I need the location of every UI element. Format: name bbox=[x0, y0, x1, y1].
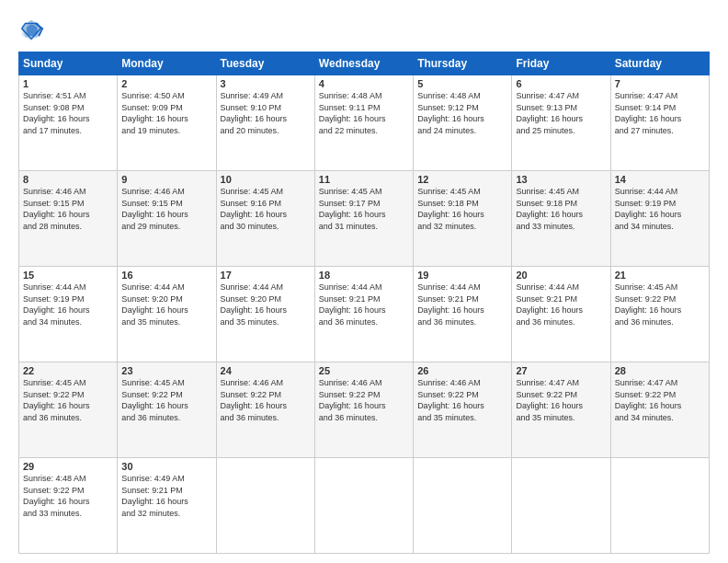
calendar-cell: 12Sunrise: 4:45 AM Sunset: 9:18 PM Dayli… bbox=[414, 171, 512, 267]
day-info: Sunrise: 4:46 AM Sunset: 9:22 PM Dayligh… bbox=[417, 377, 507, 423]
day-number: 20 bbox=[516, 270, 606, 281]
day-number: 1 bbox=[23, 78, 113, 89]
day-info: Sunrise: 4:44 AM Sunset: 9:21 PM Dayligh… bbox=[417, 282, 507, 327]
calendar-cell bbox=[414, 458, 512, 554]
day-number: 12 bbox=[417, 174, 507, 185]
day-info: Sunrise: 4:44 AM Sunset: 9:20 PM Dayligh… bbox=[121, 282, 211, 327]
day-info: Sunrise: 4:49 AM Sunset: 9:10 PM Dayligh… bbox=[221, 90, 311, 136]
calendar: SundayMondayTuesdayWednesdayThursdayFrid… bbox=[18, 52, 710, 554]
day-info: Sunrise: 4:45 AM Sunset: 9:22 PM Dayligh… bbox=[615, 282, 705, 327]
day-info: Sunrise: 4:47 AM Sunset: 9:13 PM Dayligh… bbox=[516, 90, 606, 136]
day-info: Sunrise: 4:44 AM Sunset: 9:19 PM Dayligh… bbox=[23, 282, 113, 327]
calendar-body: 1Sunrise: 4:51 AM Sunset: 9:08 PM Daylig… bbox=[19, 75, 710, 554]
day-info: Sunrise: 4:45 AM Sunset: 9:18 PM Dayligh… bbox=[417, 186, 507, 232]
day-number: 5 bbox=[417, 78, 507, 89]
calendar-cell: 23Sunrise: 4:45 AM Sunset: 9:22 PM Dayli… bbox=[118, 362, 216, 458]
calendar-cell bbox=[216, 458, 314, 554]
day-number: 28 bbox=[615, 365, 705, 376]
day-number: 10 bbox=[221, 174, 311, 185]
calendar-cell: 10Sunrise: 4:45 AM Sunset: 9:16 PM Dayli… bbox=[216, 171, 314, 267]
day-header-thursday: Thursday bbox=[414, 52, 512, 75]
logo bbox=[18, 17, 48, 42]
day-number: 2 bbox=[121, 78, 211, 89]
calendar-cell: 29Sunrise: 4:48 AM Sunset: 9:22 PM Dayli… bbox=[19, 458, 118, 554]
page: SundayMondayTuesdayWednesdayThursdayFrid… bbox=[0, 0, 728, 563]
day-number: 30 bbox=[121, 461, 211, 472]
header-row: SundayMondayTuesdayWednesdayThursdayFrid… bbox=[19, 52, 710, 75]
day-info: Sunrise: 4:45 AM Sunset: 9:17 PM Dayligh… bbox=[319, 186, 409, 232]
day-header-sunday: Sunday bbox=[19, 52, 118, 75]
header bbox=[18, 17, 710, 42]
calendar-cell: 21Sunrise: 4:45 AM Sunset: 9:22 PM Dayli… bbox=[610, 267, 709, 362]
calendar-cell: 4Sunrise: 4:48 AM Sunset: 9:11 PM Daylig… bbox=[314, 75, 413, 171]
calendar-header: SundayMondayTuesdayWednesdayThursdayFrid… bbox=[19, 52, 710, 75]
calendar-cell bbox=[512, 458, 610, 554]
day-number: 11 bbox=[319, 174, 409, 185]
day-number: 22 bbox=[23, 365, 113, 376]
day-info: Sunrise: 4:47 AM Sunset: 9:22 PM Dayligh… bbox=[615, 377, 705, 423]
day-header-saturday: Saturday bbox=[610, 52, 709, 75]
calendar-cell: 17Sunrise: 4:44 AM Sunset: 9:20 PM Dayli… bbox=[216, 267, 314, 362]
calendar-cell: 1Sunrise: 4:51 AM Sunset: 9:08 PM Daylig… bbox=[19, 75, 118, 171]
day-info: Sunrise: 4:44 AM Sunset: 9:19 PM Dayligh… bbox=[615, 186, 705, 232]
calendar-cell: 19Sunrise: 4:44 AM Sunset: 9:21 PM Dayli… bbox=[414, 267, 512, 362]
calendar-cell: 18Sunrise: 4:44 AM Sunset: 9:21 PM Dayli… bbox=[314, 267, 413, 362]
day-number: 4 bbox=[319, 78, 409, 89]
day-info: Sunrise: 4:50 AM Sunset: 9:09 PM Dayligh… bbox=[121, 90, 211, 136]
calendar-cell: 24Sunrise: 4:46 AM Sunset: 9:22 PM Dayli… bbox=[216, 362, 314, 458]
day-number: 7 bbox=[615, 78, 705, 89]
day-info: Sunrise: 4:45 AM Sunset: 9:22 PM Dayligh… bbox=[23, 377, 113, 423]
calendar-cell: 30Sunrise: 4:49 AM Sunset: 9:21 PM Dayli… bbox=[118, 458, 216, 554]
week-row-1: 1Sunrise: 4:51 AM Sunset: 9:08 PM Daylig… bbox=[19, 75, 710, 171]
day-number: 17 bbox=[221, 270, 311, 281]
day-header-wednesday: Wednesday bbox=[314, 52, 413, 75]
day-header-friday: Friday bbox=[512, 52, 610, 75]
calendar-cell: 26Sunrise: 4:46 AM Sunset: 9:22 PM Dayli… bbox=[414, 362, 512, 458]
day-number: 27 bbox=[516, 365, 606, 376]
day-number: 26 bbox=[417, 365, 507, 376]
calendar-cell: 11Sunrise: 4:45 AM Sunset: 9:17 PM Dayli… bbox=[314, 171, 413, 267]
day-info: Sunrise: 4:48 AM Sunset: 9:11 PM Dayligh… bbox=[319, 90, 409, 136]
day-number: 19 bbox=[417, 270, 507, 281]
day-info: Sunrise: 4:44 AM Sunset: 9:20 PM Dayligh… bbox=[221, 282, 311, 327]
calendar-cell: 2Sunrise: 4:50 AM Sunset: 9:09 PM Daylig… bbox=[118, 75, 216, 171]
calendar-cell: 6Sunrise: 4:47 AM Sunset: 9:13 PM Daylig… bbox=[512, 75, 610, 171]
day-number: 15 bbox=[23, 270, 113, 281]
day-number: 16 bbox=[121, 270, 211, 281]
day-info: Sunrise: 4:46 AM Sunset: 9:15 PM Dayligh… bbox=[23, 186, 113, 232]
day-number: 18 bbox=[319, 270, 409, 281]
day-number: 29 bbox=[23, 461, 113, 472]
day-info: Sunrise: 4:46 AM Sunset: 9:22 PM Dayligh… bbox=[319, 377, 409, 423]
day-info: Sunrise: 4:48 AM Sunset: 9:22 PM Dayligh… bbox=[23, 473, 113, 519]
calendar-cell: 27Sunrise: 4:47 AM Sunset: 9:22 PM Dayli… bbox=[512, 362, 610, 458]
calendar-cell: 9Sunrise: 4:46 AM Sunset: 9:15 PM Daylig… bbox=[118, 171, 216, 267]
day-number: 23 bbox=[121, 365, 211, 376]
day-number: 9 bbox=[121, 174, 211, 185]
week-row-3: 15Sunrise: 4:44 AM Sunset: 9:19 PM Dayli… bbox=[19, 267, 710, 362]
day-number: 14 bbox=[615, 174, 705, 185]
calendar-cell: 25Sunrise: 4:46 AM Sunset: 9:22 PM Dayli… bbox=[314, 362, 413, 458]
day-info: Sunrise: 4:51 AM Sunset: 9:08 PM Dayligh… bbox=[23, 90, 113, 136]
day-info: Sunrise: 4:44 AM Sunset: 9:21 PM Dayligh… bbox=[516, 282, 606, 327]
day-number: 13 bbox=[516, 174, 606, 185]
calendar-cell bbox=[610, 458, 709, 554]
calendar-cell: 7Sunrise: 4:47 AM Sunset: 9:14 PM Daylig… bbox=[610, 75, 709, 171]
calendar-cell: 3Sunrise: 4:49 AM Sunset: 9:10 PM Daylig… bbox=[216, 75, 314, 171]
calendar-cell: 22Sunrise: 4:45 AM Sunset: 9:22 PM Dayli… bbox=[19, 362, 118, 458]
calendar-cell: 16Sunrise: 4:44 AM Sunset: 9:20 PM Dayli… bbox=[118, 267, 216, 362]
calendar-cell: 8Sunrise: 4:46 AM Sunset: 9:15 PM Daylig… bbox=[19, 171, 118, 267]
calendar-cell: 20Sunrise: 4:44 AM Sunset: 9:21 PM Dayli… bbox=[512, 267, 610, 362]
day-number: 21 bbox=[615, 270, 705, 281]
day-number: 6 bbox=[516, 78, 606, 89]
week-row-4: 22Sunrise: 4:45 AM Sunset: 9:22 PM Dayli… bbox=[19, 362, 710, 458]
day-number: 25 bbox=[319, 365, 409, 376]
day-info: Sunrise: 4:44 AM Sunset: 9:21 PM Dayligh… bbox=[319, 282, 409, 327]
day-info: Sunrise: 4:45 AM Sunset: 9:18 PM Dayligh… bbox=[516, 186, 606, 232]
week-row-2: 8Sunrise: 4:46 AM Sunset: 9:15 PM Daylig… bbox=[19, 171, 710, 267]
day-header-tuesday: Tuesday bbox=[216, 52, 314, 75]
day-header-monday: Monday bbox=[118, 52, 216, 75]
calendar-cell: 15Sunrise: 4:44 AM Sunset: 9:19 PM Dayli… bbox=[19, 267, 118, 362]
week-row-5: 29Sunrise: 4:48 AM Sunset: 9:22 PM Dayli… bbox=[19, 458, 710, 554]
day-info: Sunrise: 4:46 AM Sunset: 9:22 PM Dayligh… bbox=[221, 377, 311, 423]
calendar-cell: 14Sunrise: 4:44 AM Sunset: 9:19 PM Dayli… bbox=[610, 171, 709, 267]
